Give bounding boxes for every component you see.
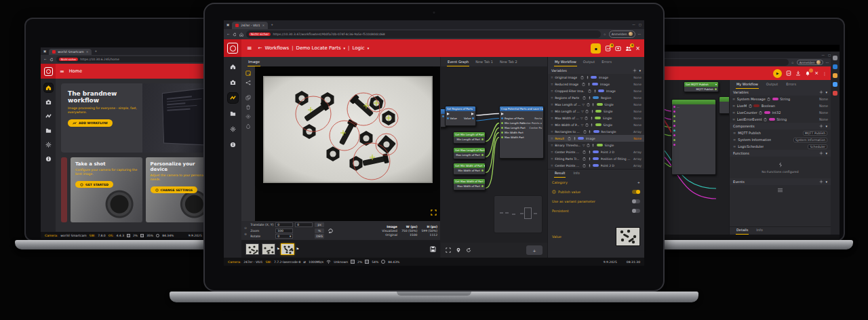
sidebar-item-info[interactable] [228,140,238,150]
bookmark-icon[interactable]: ☆ [791,61,794,64]
node-output-pin[interactable]: Center Points o [522,121,542,125]
variable-row[interactable]: ≡ Center Points ... Point 2 D Array [548,148,644,155]
collapse-icon[interactable]: ▾ [639,68,641,73]
close-workflow-icon[interactable]: × [635,45,640,52]
pin-icon[interactable] [588,157,591,161]
tab-info[interactable]: Info [572,169,580,178]
components-section-header[interactable]: Components ▾ [730,123,831,129]
sidebar-item-files[interactable] [44,126,53,135]
sidebar-item-home[interactable] [44,83,53,92]
edge-sidebar-icon[interactable] [833,91,837,96]
drag-handle[interactable]: ≡ [551,103,553,106]
translate-x-input[interactable]: 0 [275,222,293,227]
new-tab-button[interactable]: + [94,49,97,53]
variable-row[interactable]: ≡ Binary Thresho... ▽ Single [548,142,644,148]
gear-icon[interactable] [819,180,823,184]
browser-tab[interactable]: 247er - VIU1 × [232,22,268,29]
sidebar-item-settings[interactable] [228,124,238,134]
clipboard-icon[interactable] [585,117,588,120]
tab-errors[interactable]: Errors [785,81,797,89]
clipboard-icon[interactable] [749,104,752,108]
translate-y-input[interactable]: 0 [295,222,313,227]
pin-icon[interactable] [591,103,595,106]
chevron-down-icon[interactable]: ▾ [344,46,346,50]
pin-icon[interactable] [586,76,589,79]
notifications-icon[interactable] [805,71,810,76]
url-field[interactable] [652,59,789,65]
dashboard-card[interactable]: Take a shot Configure your camera for ca… [71,157,142,222]
variable-row[interactable]: ≡ Min Length of ... ▽ Single None [548,108,644,115]
fit-image-icon[interactable] [431,209,437,216]
home-icon[interactable] [239,33,243,37]
variable-row[interactable]: ≡ Cropped Filter Ima... Image None [548,87,644,94]
tab-errors[interactable]: Errors [601,58,612,66]
minimize-button[interactable]: — [821,54,825,57]
publish-value-toggle[interactable] [632,190,640,194]
image-thumbnail-selected[interactable] [281,243,294,255]
tab-close-icon[interactable]: × [86,50,89,54]
gear-icon[interactable] [819,90,823,94]
browser-tab[interactable]: woriVi Smartcam × [49,49,92,55]
image-thumbnail[interactable] [245,243,259,255]
sidebar-item-camera[interactable] [228,77,238,87]
tab-output[interactable]: Output [583,58,595,66]
clipboard-icon[interactable] [580,76,584,79]
drop-icon[interactable] [245,123,251,129]
gear-icon[interactable] [819,124,823,128]
card-button[interactable]: GET STARTED [75,181,113,188]
add-category-icon[interactable]: + [637,180,640,184]
edge-sidebar-icon[interactable] [833,56,837,60]
clipboard-icon[interactable] [587,144,590,147]
drag-handle[interactable]: ≡ [551,151,553,154]
overflow-menu-icon[interactable]: ⋮ [823,71,827,76]
carousel-card-edge[interactable] [61,157,67,222]
pin-icon[interactable] [588,96,591,100]
minimize-button[interactable]: — [632,23,635,26]
rotate-select[interactable]: 0▾ [275,234,293,239]
events-section-header[interactable]: Events ▾ [730,178,831,185]
signin-button[interactable]: Anmelden [609,31,635,38]
graph-node-getter[interactable]: Get Min Length of Part▾ Min Length of Pa… [453,132,486,144]
graph-node-getter[interactable]: Get Min Width of Part▾ Min Width of Part [453,163,486,175]
zoom-in-icon[interactable]: ⊕ [244,232,247,236]
node-input-pin[interactable]: Min Width Part [505,131,524,134]
report-icon[interactable]: 0 [605,45,611,52]
tab-image[interactable]: Image [248,58,260,66]
pin-icon[interactable] [588,151,591,154]
page-dropdown[interactable]: Logic [352,45,364,51]
fit-graph-icon[interactable] [446,247,451,253]
url-field[interactable]: Nicht sicher https://10.30.6.245/home [56,56,214,63]
tab-result[interactable]: Result [554,169,566,178]
add-node-button[interactable]: + [526,245,542,255]
close-workflow-icon[interactable]: × [814,71,818,76]
graph-node-getter[interactable]: Get Max Length of Part▾ Max Length of Pa… [453,147,486,159]
graph-node-crop[interactable]: Crop Potential Parts and save Coordi Reg… [499,106,544,159]
clipboard-icon[interactable] [585,110,589,113]
variable-row[interactable]: ≡ Min Width of P... ▽ Single None [548,121,644,128]
locate-icon[interactable] [456,247,461,253]
graph-node-set-regions[interactable]: Set Regions of Parts Value Value [445,106,476,126]
variable-row[interactable]: ≡ Max Length of ... ▽ Single None [548,101,644,108]
node-output-pin[interactable]: Recta [534,117,542,120]
save-icon[interactable] [430,246,436,252]
zoom-out-icon[interactable]: ⊖ [244,226,247,230]
zoom-input[interactable]: 100 [275,228,293,233]
pin-icon[interactable] [590,123,593,127]
copy-icon[interactable] [245,95,251,100]
clipboard-icon[interactable] [568,137,571,140]
pin-icon[interactable] [590,117,593,120]
trash-icon[interactable] [245,104,251,110]
workflow-name-dropdown[interactable]: Demo Locate Parts [296,45,341,51]
refresh-icon[interactable] [233,33,237,37]
drag-handle[interactable]: ≡ [733,131,736,135]
image-viewport[interactable] [255,66,440,221]
signin-button[interactable]: Anmelden [797,60,823,66]
edge-sidebar-icon[interactable] [833,64,837,69]
component-row[interactable]: ≡ System Information System Information [730,136,831,143]
category-row[interactable]: Category + [548,178,644,187]
pin-icon[interactable] [587,83,591,86]
tab-my-workflow[interactable]: My Workflow [736,81,759,89]
variable-row[interactable]: ≡ Fitting Parts Tr... Position of fittin… [548,155,644,162]
refresh-icon[interactable] [50,58,54,62]
tab-info[interactable]: Info [755,226,763,235]
